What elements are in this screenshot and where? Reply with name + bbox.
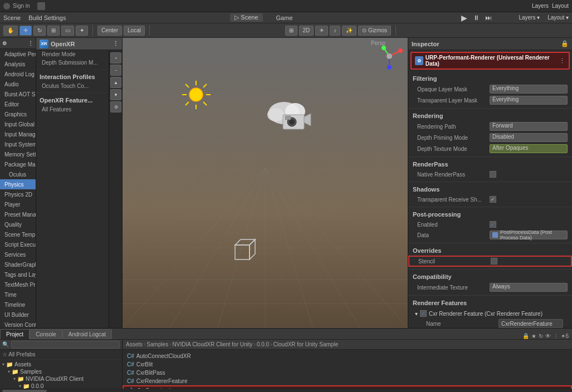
menu-quality[interactable]: Quality [0,219,36,229]
menu-burst[interactable]: Burst AOT Sett... [0,89,36,99]
bottom-scrollbar-thumb[interactable] [2,390,47,392]
oculus-touch-item[interactable]: Oculus Touch Co... [36,82,109,90]
transparent-layer-dropdown[interactable]: Everything [490,96,568,105]
menu-services[interactable]: Services [0,249,36,259]
breadcrumb-assets[interactable]: Assets [126,341,143,347]
tab-console[interactable]: Console [30,329,62,339]
menu-time[interactable]: Time [0,290,36,300]
gizmos-btn[interactable]: ⊙ Gizmos [358,26,391,36]
pp-enabled-checkbox[interactable] [490,221,496,228]
inspector-lock-icon[interactable]: 🔒 [561,40,569,47]
file-cxrrendererfeature[interactable]: C# CxrRendererFeature [123,377,572,385]
scale-tool[interactable]: ⊞ [47,26,60,36]
menu-ui-builder[interactable]: UI Builder [0,310,36,320]
tree-all-prefabs[interactable]: ☆ All Prefabs [0,351,122,358]
cxr-feature-arrow[interactable]: ▾ [415,311,418,317]
pause-button[interactable]: ⏸ [473,14,480,22]
menu-editor[interactable]: Editor [0,99,36,109]
opaque-layer-dropdown[interactable]: Everything [490,85,568,94]
left-panel-dots[interactable]: ⋮ [28,40,33,46]
center-btn[interactable]: Center [97,26,122,36]
menu-graphics[interactable]: Graphics [0,109,36,119]
viewport-canvas[interactable]: Persp [123,38,408,328]
remove-icon[interactable]: − [110,65,121,76]
menu-shadergraph[interactable]: ShaderGraph [0,259,36,270]
local-btn[interactable]: Local [124,26,145,36]
menu-physics-2d[interactable]: Physics 2D [0,189,36,199]
native-renderpass-checkbox[interactable] [490,171,496,178]
menu-android-log[interactable]: Android Log [0,69,36,79]
menu-script[interactable]: Script Executio... [0,239,36,249]
step-button[interactable]: ⏭ [485,14,492,22]
move-down-icon[interactable]: ▼ [110,89,121,100]
view-2d-btn[interactable]: 2D [299,26,314,36]
breadcrumb-samples[interactable]: Samples [146,341,168,347]
menu-physics[interactable]: Physics [0,179,36,189]
file-cxrblitpass[interactable]: C# CxrBlitPass [123,369,572,377]
tree-samples[interactable]: ▾ 📁 Samples [0,368,122,375]
view-grid-btn[interactable]: ⊞ [285,26,297,36]
file-cxrblit[interactable]: C# CxrBlit [123,360,572,369]
bottom-more-icon[interactable]: ⋮ [553,333,559,339]
settings-icon[interactable] [37,2,45,10]
add-icon[interactable]: + [110,52,121,63]
tree-nvidia-cloudxr[interactable]: ▾ 📁 NVIDIA CloudXR Client [0,375,122,383]
file-autoconnect[interactable]: C# AutoConnectCloudXR [123,352,572,360]
signin-icon[interactable] [3,3,10,9]
menu-scene-template[interactable]: Scene Templa... [0,229,36,239]
layers-label[interactable]: Layers [532,3,549,9]
menu-input-system[interactable]: Input System P... [0,139,36,149]
rect-tool[interactable]: ▭ [61,26,74,36]
component-menu-icon[interactable]: ⋮ [559,57,565,65]
menu-build-settings[interactable]: Build Settings [28,14,66,21]
scene-tab[interactable]: ▷ Scene [230,13,262,22]
bottom-eye-icon[interactable]: 👁 [545,333,551,339]
menu-preset[interactable]: Preset Manage... [0,209,36,219]
depth-texture-dropdown[interactable]: After Opaques [490,144,568,153]
effects-toggle[interactable]: ✨ [342,26,356,36]
menu-analysis[interactable]: Analysis [0,59,36,69]
menu-input-global[interactable]: Input Global [0,119,36,129]
pp-data-field[interactable]: PostProcessData (Post Process Data) [490,231,568,239]
game-tab[interactable]: Game [272,14,297,22]
menu-version[interactable]: Version Contro... [0,320,36,328]
cxr-feature-checkbox[interactable] [420,310,427,317]
cxr-name-field[interactable]: CxrRendererFeature [498,319,563,328]
breadcrumb-version[interactable]: 0.0.0 [257,341,269,347]
move-up-icon[interactable]: ▲ [110,77,121,88]
menu-tags[interactable]: Tags and Laye... [0,270,36,280]
layers-dropdown[interactable]: Layers ▾ [519,14,540,21]
tab-android-logcat[interactable]: Android Logcat [62,329,112,339]
bottom-star-icon[interactable]: ★ [531,333,536,339]
menu-adaptive[interactable]: Adaptive Perfo... [0,49,36,59]
menu-timeline[interactable]: Timeline [0,300,36,310]
breadcrumb-nvidia[interactable]: NVIDIA CloudXR Client for Unity [173,341,253,347]
rendering-path-dropdown[interactable]: Forward [490,122,568,131]
menu-audio[interactable]: Audio [0,79,36,89]
universal-tool[interactable]: ✦ [76,26,88,36]
bottom-refresh-icon[interactable]: ↻ [539,333,543,339]
move-tool[interactable]: ✛ [19,26,32,36]
breadcrumb-cloudxr[interactable]: CloudXR for Unity Sample [273,341,339,347]
depth-priming-dropdown[interactable]: Disabled [490,133,568,142]
layout-label[interactable]: Layout [552,3,569,9]
menu-oculus-sub[interactable]: Oculus [0,169,36,179]
transparent-receive-checkbox[interactable] [490,196,496,203]
bottom-search-input[interactable] [11,341,120,349]
tab-project[interactable]: Project [0,329,30,339]
menu-textmesh[interactable]: TextMesh Pro [0,280,36,290]
intermediate-texture-dropdown[interactable]: Always [490,283,568,292]
rotate-tool[interactable]: ↻ [33,26,46,36]
bottom-lock-icon[interactable]: 🔒 [522,333,529,339]
light-toggle[interactable]: ☀ [315,26,328,36]
menu-player[interactable]: Player [0,199,36,209]
play-button[interactable]: ▶ [461,13,467,22]
menu-hierarchy[interactable]: Scene [3,14,21,21]
menu-memory[interactable]: Memory Settin... [0,149,36,159]
view-gizmo[interactable] [375,42,403,70]
audio-toggle[interactable]: ♪ [330,26,340,36]
settings-icon-btn[interactable]: ⚙ [110,101,121,112]
stencil-checkbox[interactable] [491,258,497,264]
layout-dropdown[interactable]: Layout ▾ [547,14,569,21]
all-features-item[interactable]: All Features [36,105,109,114]
